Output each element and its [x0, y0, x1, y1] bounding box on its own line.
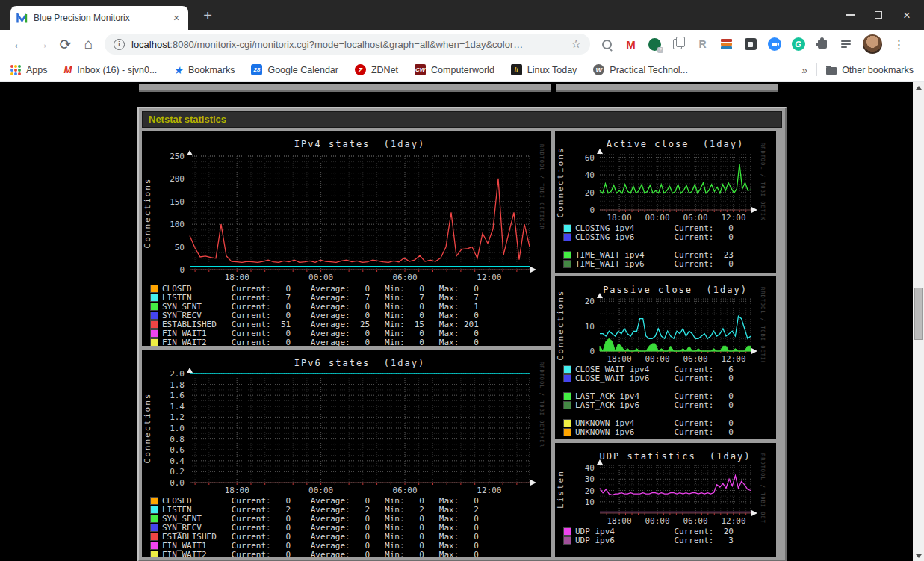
legend-row: ESTABLISHED Current: 51 Average: 25 Min:…: [150, 320, 551, 329]
legend-row: FIN_WAIT2 Current: 0 Average: 0 Min: 0 M…: [150, 550, 551, 557]
svg-text:100: 100: [170, 220, 185, 229]
tab-close-icon[interactable]: ×: [170, 12, 182, 24]
browser-menu-icon[interactable]: ⋮: [892, 37, 906, 52]
svg-text:00:00: 00:00: [645, 354, 669, 362]
window-close-icon[interactable]: ×: [899, 7, 915, 23]
linux-today-icon: lt: [511, 64, 522, 75]
legend-row: FIN_WAIT1 Current: 0 Average: 0 Min: 0 M…: [150, 541, 551, 550]
legend-row: CLOSE_WAIT ipv4 Current: 6: [563, 365, 776, 374]
svg-text:UDP statistics (1day): UDP statistics (1day): [600, 451, 751, 462]
legend-swatch: [563, 401, 571, 409]
svg-text:RRDTOOL / TOBI OETIKER: RRDTOOL / TOBI OETIKER: [760, 143, 766, 221]
bookmark-computerworld[interactable]: CW Computerworld: [415, 64, 494, 75]
svg-text:20: 20: [585, 297, 595, 306]
svg-text:18:00: 18:00: [607, 213, 631, 221]
page-info-icon[interactable]: i: [114, 39, 125, 50]
gmail-icon: M: [64, 64, 72, 75]
graph-column-right: Active close (1day)Connections020406018:…: [555, 131, 776, 557]
svg-text:18:00: 18:00: [225, 273, 249, 282]
svg-text:150: 150: [170, 197, 185, 207]
bookmark-label: Computerworld: [431, 65, 494, 75]
legend-swatch: [563, 536, 571, 545]
url-rest: :8080/monitorix-cgi/monitorix.cgi?mode=l…: [170, 39, 523, 50]
bookmark-linux-today[interactable]: lt Linux Today: [511, 64, 577, 75]
graph-panel-ipv4-states: IPv4 states (1day)Connections05010015020…: [142, 131, 551, 346]
bookmark-inbox[interactable]: M Inbox (16) - sjvn0...: [64, 64, 158, 75]
legend-swatch: [563, 374, 571, 382]
bookmark-zdnet[interactable]: Z ZDNet: [355, 64, 398, 75]
legend-swatch: [563, 260, 571, 268]
legend-row: ESTABLISHED Current: 0 Average: 0 Min: 0…: [150, 532, 551, 541]
svg-text:Connections: Connections: [556, 290, 565, 361]
legend-swatch: [150, 542, 158, 550]
ipv6-states-legend: CLOSED Current: 0 Average: 0 Min: 0 Max:…: [142, 496, 551, 557]
previous-section-edge: [139, 84, 778, 92]
legend-row: CLOSED Current: 0 Average: 0 Min: 0 Max:…: [150, 284, 551, 293]
vertical-scrollbar[interactable]: [913, 82, 924, 561]
svg-text:Active close (1day): Active close (1day): [607, 139, 745, 149]
other-bookmarks[interactable]: Other bookmarks: [826, 65, 914, 75]
scroll-down-icon[interactable]: [913, 551, 924, 561]
previous-table-cell: [556, 84, 778, 92]
browser-tab[interactable]: Blue Precision Monitorix ×: [10, 6, 188, 30]
legend-row: SYN_RECV Current: 0 Average: 0 Min: 0 Ma…: [150, 523, 551, 532]
home-icon[interactable]: ⌂: [77, 34, 100, 55]
bookmark-bookmarks[interactable]: ★ Bookmarks: [173, 64, 235, 76]
search-extension-icon[interactable]: [600, 37, 614, 52]
legend-gap: [555, 409, 776, 418]
bookmarks-overflow-icon[interactable]: »: [801, 64, 807, 76]
reload-icon[interactable]: ⟳: [54, 34, 77, 55]
section-title: Netstat statistics: [142, 111, 782, 128]
password-extension-icon[interactable]: [743, 37, 757, 52]
r-extension-icon[interactable]: R: [695, 37, 710, 52]
address-bar[interactable]: i localhost:8080/monitorix-cgi/monitorix…: [105, 34, 590, 55]
bookmark-star-icon[interactable]: ☆: [571, 37, 581, 51]
svg-text:06:00: 06:00: [683, 213, 708, 221]
scroll-up-icon[interactable]: [913, 82, 924, 93]
grammarly-extension-icon[interactable]: G: [791, 37, 805, 52]
bookmark-label: Apps: [26, 65, 48, 75]
extensions-puzzle-icon[interactable]: [815, 37, 829, 52]
zdnet-icon: Z: [355, 64, 366, 75]
svg-text:00:00: 00:00: [645, 213, 669, 221]
playlist-extension-icon[interactable]: [839, 37, 853, 52]
bookmark-apps[interactable]: Apps: [10, 65, 48, 75]
graph-panel-udp-statistics: UDP statistics (1day)Listen1020304018:00…: [555, 443, 776, 557]
ipv4-states-plot: IPv4 states (1day)Connections05010015020…: [142, 137, 551, 282]
other-bookmarks-label: Other bookmarks: [842, 65, 914, 75]
svg-text:40: 40: [585, 463, 595, 473]
window-minimize-icon[interactable]: [842, 7, 858, 23]
profile-avatar[interactable]: [863, 34, 882, 54]
svg-text:Listen: Listen: [556, 470, 565, 509]
svg-text:12:00: 12:00: [721, 213, 745, 221]
zoom-extension-icon[interactable]: [767, 37, 781, 52]
svg-text:12:00: 12:00: [477, 273, 501, 282]
new-tab-button[interactable]: +: [199, 7, 217, 25]
tab-title: Blue Precision Monitorix: [34, 13, 170, 23]
monitorix-favicon: [16, 13, 28, 24]
feed-extension-icon[interactable]: ?: [648, 37, 662, 52]
legend-swatch: [563, 224, 571, 232]
svg-text:40: 40: [585, 170, 595, 180]
bookmark-google-calendar[interactable]: 28 Google Calendar: [251, 64, 338, 75]
svg-text:IPv6 states (1day): IPv6 states (1day): [294, 358, 425, 368]
window-maximize-icon[interactable]: [870, 7, 887, 23]
legend-swatch: [150, 524, 158, 532]
svg-text:50: 50: [175, 243, 185, 252]
legend-row: UDP ipv6 Current: 3: [563, 536, 776, 545]
copy-extension-icon[interactable]: [672, 37, 686, 52]
url-text[interactable]: localhost:8080/monitorix-cgi/monitorix.c…: [131, 39, 523, 50]
back-icon[interactable]: ←: [7, 34, 31, 55]
bookmark-label: ZDNet: [371, 65, 398, 75]
svg-text:1.0: 1.0: [170, 424, 185, 433]
books-extension-icon[interactable]: [719, 37, 734, 52]
gmail-extension-icon[interactable]: M: [624, 37, 638, 52]
legend-swatch: [150, 551, 158, 558]
forward-icon[interactable]: →: [31, 34, 54, 55]
legend-swatch: [150, 294, 158, 302]
legend-row: FIN_WAIT2 Current: 0 Average: 0 Min: 0 M…: [150, 338, 551, 346]
svg-text:200: 200: [170, 174, 185, 184]
svg-text:0: 0: [589, 347, 595, 356]
bookmark-practical-technology[interactable]: W Practical Technol...: [593, 64, 688, 75]
scrollbar-thumb[interactable]: [914, 288, 923, 340]
